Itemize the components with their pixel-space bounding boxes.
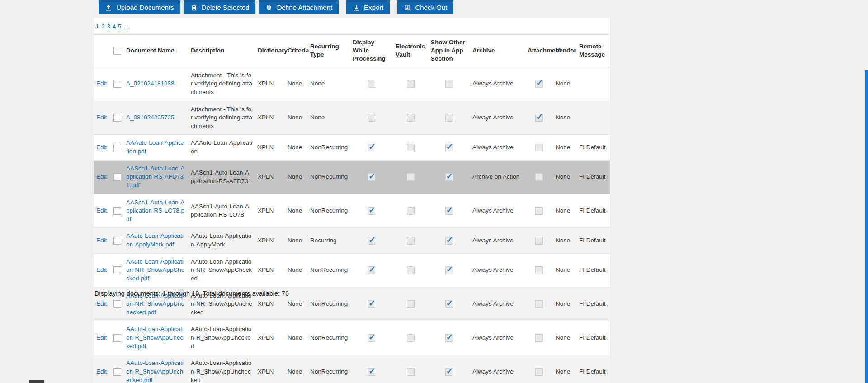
table-row: Edit AAuto-Loan-Application-R_ShowAppChe…	[94, 321, 610, 355]
remote-message-cell	[576, 101, 610, 135]
description-cell: AAuto-Loan-Application-ApplyMark	[188, 228, 255, 253]
description-cell: Attachment - This is for verifying defin…	[188, 67, 255, 101]
recurring-type-cell: Recurring	[307, 228, 350, 253]
header-document-name: Document Name	[123, 35, 188, 67]
row-select-checkbox[interactable]	[113, 144, 121, 151]
dictionary-cell: XPLN	[255, 321, 285, 355]
archive-cell: Always Archive	[470, 321, 525, 355]
archive-cell: Archive on Action	[470, 160, 525, 194]
document-name-link[interactable]: AAAuto-Loan-Application.pdf	[126, 139, 184, 155]
edit-link[interactable]: Edit	[96, 266, 107, 273]
row-select-checkbox[interactable]	[113, 114, 121, 122]
header-vendor: Vendor	[553, 35, 576, 67]
recurring-type-cell: NonRecurring	[307, 253, 350, 287]
archive-cell: Always Archive	[470, 228, 525, 253]
show-other-app-checkbox	[445, 300, 453, 308]
upload-documents-label: Upload Documents	[116, 4, 174, 11]
vendor-cell: None	[553, 160, 576, 194]
attachment-checkbox	[535, 173, 543, 181]
display-while-processing-checkbox	[368, 114, 375, 122]
pagination: 12345...	[94, 18, 610, 34]
electronic-vault-checkbox	[407, 80, 415, 88]
row-select-checkbox[interactable]	[113, 300, 121, 308]
document-name-link[interactable]: A_021024181938	[126, 80, 175, 87]
row-select-checkbox[interactable]	[113, 207, 121, 215]
row-select-checkbox[interactable]	[113, 173, 121, 181]
row-select-checkbox[interactable]	[113, 266, 121, 274]
electronic-vault-checkbox	[407, 114, 415, 122]
edit-link[interactable]: Edit	[96, 144, 107, 151]
criteria-cell: None	[285, 228, 307, 253]
description-cell: AAScn1-Auto-Loan-Application-RS-LO78	[188, 194, 255, 228]
vendor-cell: None	[553, 228, 576, 253]
attachment-checkbox	[535, 114, 543, 122]
pagination-link[interactable]: ...	[123, 23, 128, 30]
criteria-cell: None	[285, 321, 307, 355]
row-select-checkbox[interactable]	[113, 334, 121, 342]
edit-link[interactable]: Edit	[96, 368, 107, 375]
documents-table: Document Name Description Dictionary Cri…	[94, 34, 610, 383]
edit-link[interactable]: Edit	[96, 237, 107, 244]
dictionary-cell: XPLN	[255, 194, 285, 228]
document-name-link[interactable]: A_081024205725	[126, 114, 175, 121]
display-while-processing-checkbox	[368, 144, 375, 151]
pagination-link[interactable]: 3	[107, 23, 110, 30]
delete-selected-button[interactable]: Delete Selected	[184, 0, 256, 14]
recurring-type-cell: None	[307, 101, 350, 135]
document-name-link[interactable]: AAScn1-Auto-Loan-Application-RS-LO78.pdf	[126, 199, 184, 222]
upload-documents-button[interactable]: Upload Documents	[99, 0, 180, 14]
document-name-link[interactable]: AAuto-Loan-Application-ApplyMark.pdf	[126, 232, 184, 248]
edit-link[interactable]: Edit	[96, 334, 107, 341]
remote-message-cell: FI Default	[576, 135, 610, 160]
vertical-scrollbar[interactable]	[865, 70, 868, 383]
remote-message-cell: FI Default	[576, 287, 610, 321]
header-attachment: Attachment	[525, 35, 553, 67]
remote-message-cell	[576, 67, 610, 101]
electronic-vault-checkbox	[407, 368, 415, 376]
archive-cell: Always Archive	[470, 355, 525, 383]
edit-link[interactable]: Edit	[96, 80, 107, 87]
define-attachment-button[interactable]: Define Attachment	[259, 0, 339, 14]
document-name-link[interactable]: AAScn1-Auto-Loan-Application-RS-AFD731.p…	[126, 165, 184, 189]
dictionary-cell: XPLN	[255, 101, 285, 135]
row-select-checkbox[interactable]	[113, 368, 121, 376]
horizontal-scrollbar-thumb[interactable]	[29, 380, 44, 383]
upload-icon	[105, 4, 112, 11]
display-while-processing-checkbox	[368, 80, 375, 88]
archive-cell: Always Archive	[470, 101, 525, 135]
check-out-button[interactable]: Check Out	[397, 0, 453, 14]
criteria-cell: None	[285, 135, 307, 160]
pagination-link[interactable]: 5	[118, 23, 121, 30]
show-other-app-checkbox	[445, 207, 453, 215]
row-select-checkbox[interactable]	[113, 80, 121, 88]
dictionary-cell: XPLN	[255, 160, 285, 194]
display-while-processing-checkbox	[368, 207, 375, 215]
edit-link[interactable]: Edit	[96, 173, 107, 180]
edit-link[interactable]: Edit	[96, 207, 107, 214]
pagination-link[interactable]: 4	[113, 23, 116, 30]
table-row: Edit A_081024205725 Attachment - This is…	[94, 101, 610, 135]
pagination-link[interactable]: 2	[101, 23, 104, 30]
header-dictionary: Dictionary	[255, 35, 285, 67]
recurring-type-cell: NonRecurring	[307, 355, 350, 383]
archive-cell: Always Archive	[470, 194, 525, 228]
attachment-checkbox	[535, 237, 543, 245]
select-all-checkbox[interactable]	[113, 47, 121, 55]
edit-link[interactable]: Edit	[96, 114, 107, 121]
display-while-processing-checkbox	[368, 237, 375, 245]
edit-link[interactable]: Edit	[96, 300, 107, 307]
document-name-link[interactable]: AAuto-Loan-Application-R_ShowAppUnchecke…	[126, 359, 184, 383]
table-body: Edit A_021024181938 Attachment - This is…	[94, 67, 610, 383]
remote-message-cell: FI Default	[576, 253, 610, 287]
row-select-checkbox[interactable]	[113, 237, 121, 245]
document-name-link[interactable]: AAuto-Loan-Application-NR_ShowAppChecked…	[126, 258, 184, 282]
description-cell: AAScn1-Auto-Loan-Application-RS-AFD731	[188, 160, 255, 194]
vendor-cell: None	[553, 321, 576, 355]
display-while-processing-checkbox	[368, 334, 375, 342]
criteria-cell: None	[285, 194, 307, 228]
vendor-cell: None	[553, 287, 576, 321]
header-display-while-processing: Display While Processing	[350, 35, 393, 67]
edit-column-header	[94, 35, 111, 67]
document-name-link[interactable]: AAuto-Loan-Application-R_ShowAppChecked.…	[126, 326, 184, 349]
export-button[interactable]: Export	[346, 0, 390, 14]
